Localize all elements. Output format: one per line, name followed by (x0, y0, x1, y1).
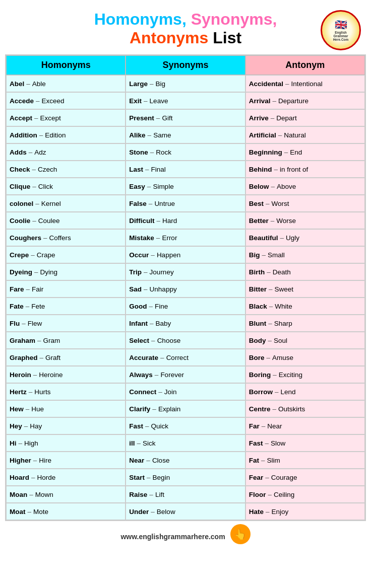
word: Boring (249, 371, 271, 379)
dash: – (26, 285, 30, 293)
list-item: Behind – in front of (245, 161, 365, 178)
list-item: Coughers – Coffers (6, 229, 126, 246)
list-item: Fat – Slim (245, 452, 365, 469)
match: Intentional (291, 80, 322, 88)
list-item: Always – Forever (126, 366, 245, 383)
list-item: Arrival – Departure (245, 92, 365, 109)
list-item: Graham – Gram (6, 332, 126, 349)
word: Graphed (10, 354, 38, 361)
word: Trip (129, 268, 142, 276)
dash: – (28, 508, 32, 516)
match: Choose (157, 337, 181, 344)
match: Hue (31, 405, 44, 413)
dash: – (152, 405, 156, 413)
match: White (275, 303, 292, 310)
list-item: Blunt – Sharp (245, 315, 365, 332)
word: Arrive (249, 114, 269, 122)
dash: – (34, 268, 38, 276)
match: Big (156, 80, 166, 88)
word: Mistake (129, 234, 154, 242)
match: Graft (45, 354, 60, 361)
match: Lift (155, 491, 164, 498)
website-url: www.englishgrammarhere.com (120, 533, 225, 541)
dash: – (145, 422, 149, 430)
word: Exit (129, 97, 142, 105)
match: Depart (276, 114, 297, 122)
list-item: Last – Final (126, 161, 245, 178)
word: Better (249, 217, 269, 225)
word: Hew (10, 405, 24, 413)
word: Big (249, 251, 260, 259)
word: Blunt (249, 320, 267, 327)
match: Ceiling (274, 491, 294, 498)
dash: – (269, 285, 273, 293)
dash: – (271, 217, 275, 225)
match: Worse (276, 217, 296, 225)
match: Except (40, 114, 61, 122)
list-item: Below – Above (245, 178, 365, 195)
list-item: Mistake – Error (126, 229, 245, 246)
dash: – (34, 114, 38, 122)
dash: – (266, 200, 270, 207)
list-item: Coolie – Coulee (6, 212, 126, 229)
list-item: Arrive – Depart (245, 109, 365, 126)
word: Fare (10, 285, 24, 293)
word: Good (129, 303, 147, 310)
dash: – (33, 457, 37, 464)
match: Kernel (41, 200, 61, 207)
dash: – (149, 303, 153, 310)
dash: – (268, 320, 272, 327)
list-item: Better – Worse (245, 212, 365, 229)
list-item: Moan – Mown (6, 486, 126, 503)
dash: – (157, 217, 161, 225)
dash: – (261, 457, 265, 464)
word: Graham (10, 337, 35, 344)
word: Hi (10, 439, 17, 447)
word: Borrow (249, 388, 273, 396)
list-item: Artificial – Natural (245, 126, 365, 143)
word: Beginning (249, 149, 282, 156)
list-item: Difficult – Hard (126, 212, 245, 229)
match: Gram (43, 337, 60, 344)
match: Above (277, 183, 296, 190)
match: Hay (30, 422, 42, 430)
list-item: Big – Small (245, 246, 365, 263)
match: Able (32, 80, 46, 88)
list-item: Stone – Rock (126, 143, 245, 161)
word: Clarify (129, 405, 150, 413)
dash: – (137, 439, 141, 447)
header-homonyms: Homonyms (6, 55, 126, 75)
synonyms-column: Large – BigExit – LeavePresent – GiftAli… (126, 75, 245, 520)
list-item: Trip – Journey (126, 263, 245, 280)
dash: – (272, 405, 276, 413)
word: Black (249, 303, 267, 310)
list-item: Accede – Exceed (6, 92, 126, 109)
list-item: Flu – Flew (6, 315, 126, 332)
word: Near (129, 457, 144, 464)
match: Crape (37, 251, 55, 259)
list-item: Near – Close (126, 452, 245, 469)
list-item: Exit – Leave (126, 92, 245, 109)
word: Flu (10, 320, 20, 327)
match: Soul (274, 337, 287, 344)
word: Occur (129, 251, 149, 259)
match: Below (157, 508, 175, 516)
match: Mown (35, 491, 53, 498)
word: Accede (10, 97, 34, 105)
dash: – (278, 131, 282, 139)
word: Crepe (10, 251, 29, 259)
match: Rock (156, 149, 171, 156)
word: Fast (129, 422, 143, 430)
word: Select (129, 337, 149, 344)
list-item: colonel – Kernel (6, 195, 126, 212)
word: Coolie (10, 217, 30, 225)
word: Floor (249, 491, 266, 498)
match: End (290, 149, 302, 156)
dash: – (148, 131, 152, 139)
dash: – (155, 371, 159, 379)
dash: – (35, 200, 39, 207)
list-item: Fast – Quick (126, 417, 245, 434)
word: Centre (249, 405, 271, 413)
dash: – (151, 251, 155, 259)
word: Fate (10, 303, 24, 310)
